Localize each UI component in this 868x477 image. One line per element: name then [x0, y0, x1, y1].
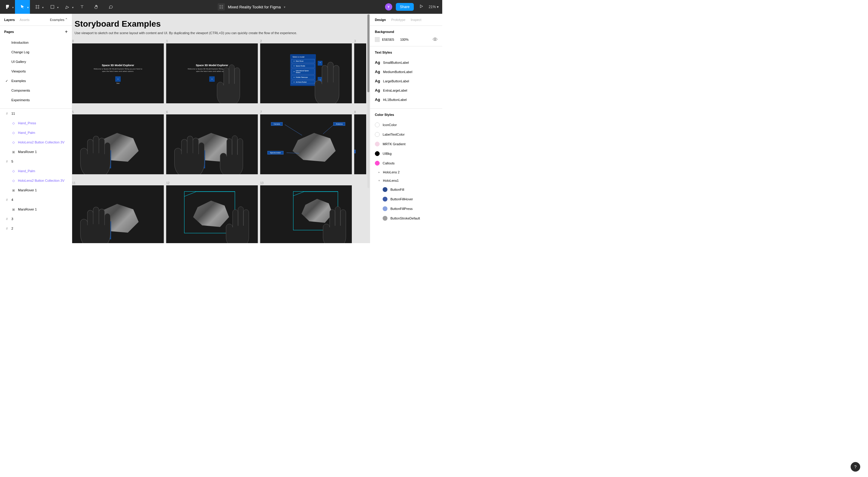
present-button[interactable]: [417, 4, 425, 9]
layer-label: 4: [11, 198, 13, 201]
comment-tool-button[interactable]: [103, 0, 118, 14]
color-group[interactable]: ▾HoloLens1: [375, 177, 437, 185]
layer-item[interactable]: ▣MarsRover 1: [0, 204, 72, 214]
layer-label: HoloLens2 Button Collection 3V: [18, 140, 64, 144]
layer-list: #11◇Hand_Press◇Hand_Palm◇HoloLens2 Butto…: [0, 108, 72, 243]
storyboard-frame[interactable]: 2 Select a model ✦Mars Rover✦Space Shutt…: [260, 39, 352, 103]
zoom-menu[interactable]: 21% ▾: [429, 5, 439, 9]
storyboard-frame[interactable]: 3: [354, 39, 366, 103]
pen-tool-button[interactable]: ▾: [60, 0, 75, 14]
color-style-name: IconColor: [383, 123, 397, 127]
user-avatar[interactable]: Y: [385, 3, 392, 10]
color-style-name: ButtonFill: [391, 188, 404, 191]
layer-item[interactable]: ◇HoloLens2 Button Collection 3V: [0, 137, 72, 147]
callout-lines: [260, 115, 350, 159]
text-style-item[interactable]: AgHL1ButtonLabel: [375, 95, 437, 104]
storyboard-frame[interactable]: 5 ◱ ⟲ ⚙: [72, 110, 164, 174]
page-item[interactable]: Introduction: [0, 38, 72, 47]
layer-label: 5: [11, 160, 13, 163]
figma-menu-button[interactable]: ▾: [0, 0, 15, 14]
svg-line-5: [285, 125, 302, 135]
hand-tool-button[interactable]: [89, 0, 103, 14]
color-group[interactable]: ▸HoloLens 2: [375, 168, 437, 177]
layer-item[interactable]: ▣MarsRover 1: [0, 147, 72, 157]
background-hex[interactable]: E5E5E5: [382, 38, 394, 41]
layers-tab[interactable]: Layers: [4, 18, 15, 22]
color-style-item[interactable]: MRTK Gradient: [375, 139, 437, 149]
color-style-item[interactable]: UIBkg: [375, 149, 437, 158]
prototype-tab[interactable]: Prototype: [391, 18, 405, 22]
frame-icon: [35, 4, 40, 9]
canvas[interactable]: Storyboard Examples Use viewport to sket…: [72, 14, 370, 243]
storyboard-frame[interactable]: 7 Camera Antenna Spectrometer: [260, 110, 352, 174]
text-tool-button[interactable]: [75, 0, 89, 14]
storyboard-frame[interactable]: 1 Space 3D Model Explorer Welcome to Spa…: [166, 39, 258, 103]
text-style-item[interactable]: AgMediumButtonLabel: [375, 67, 437, 76]
layer-item[interactable]: #11: [0, 109, 72, 118]
inspect-tab[interactable]: Inspect: [411, 18, 421, 22]
text-style-item[interactable]: AgExtraLargeLabel: [375, 86, 437, 95]
layer-item[interactable]: #3: [0, 214, 72, 224]
move-tool-button[interactable]: ▾: [15, 0, 30, 14]
text-style-item[interactable]: AgLargeButtonLabel: [375, 76, 437, 86]
visibility-toggle[interactable]: [433, 37, 437, 42]
color-style-item[interactable]: ButtonFillPress: [375, 204, 437, 214]
hand-graphic: [210, 129, 252, 174]
design-tab[interactable]: Design: [375, 18, 386, 22]
color-swatch: [383, 197, 388, 201]
storyboard-frame[interactable]: 8 ··· Spectr: [354, 110, 366, 174]
component-icon: ◇: [11, 131, 16, 135]
layer-item[interactable]: #2: [0, 224, 72, 233]
share-button[interactable]: Share: [396, 3, 414, 11]
layer-item[interactable]: ◇Hand_Press: [0, 118, 72, 128]
frame-icon: #: [5, 198, 9, 201]
layer-item[interactable]: ◇Hand_Palm: [0, 166, 72, 176]
shape-tool-button[interactable]: ▾: [45, 0, 60, 14]
add-page-button[interactable]: +: [65, 29, 68, 34]
chevron-down-icon: ▾: [437, 5, 439, 9]
page-item[interactable]: Experiments: [0, 95, 72, 105]
storyboard-row: 11 ◱ ⟲ ⚙ 12: [72, 182, 370, 243]
color-style-name: LabelTextColor: [383, 133, 404, 136]
hand-graphic: [207, 58, 249, 103]
color-style-item[interactable]: ButtonFill: [375, 185, 437, 194]
color-style-item[interactable]: LabelTextColor: [375, 130, 437, 139]
color-style-item[interactable]: IconColor: [375, 120, 437, 130]
page-item[interactable]: Components: [0, 86, 72, 95]
left-panel: Layers Assets Examples ⌃ Pages + Introdu…: [0, 14, 72, 243]
cursor-icon: [20, 4, 25, 9]
color-style-item[interactable]: ButtonStrokeDefault: [375, 214, 437, 223]
canvas-scrollbar[interactable]: [367, 14, 370, 188]
assets-tab[interactable]: Assets: [20, 18, 29, 22]
background-swatch[interactable]: [375, 37, 380, 42]
top-toolbar: ▾ ▾ ▾ ▾ ▾ Mixed Reality Toolkit for Figm…: [0, 0, 442, 14]
color-style-item[interactable]: Callouts: [375, 158, 437, 168]
background-opacity[interactable]: 100%: [400, 38, 408, 41]
page-item[interactable]: Examples: [0, 76, 72, 86]
text-style-item[interactable]: AgSmallButtonLabel: [375, 58, 437, 67]
layer-item[interactable]: ▣MarsRover 1: [0, 185, 72, 195]
page-item[interactable]: Change Log: [0, 47, 72, 57]
storyboard-frame[interactable]: 11 ◱ ⟲ ⚙: [72, 182, 164, 243]
page-item[interactable]: Viewports: [0, 66, 72, 76]
storyboard-frame[interactable]: 6 ◱ ⟲ ⚙: [166, 110, 258, 174]
image-icon: ▣: [11, 150, 16, 154]
storyboard-frame[interactable]: 13: [260, 182, 352, 243]
layer-item[interactable]: #5: [0, 157, 72, 166]
project-icon[interactable]: [218, 3, 225, 10]
frame-tool-button[interactable]: ▾: [30, 0, 45, 14]
storyboard-frame[interactable]: 0 Space 3D Model Explorer Welcome to Spa…: [72, 39, 164, 103]
layer-item[interactable]: ◇Hand_Palm: [0, 128, 72, 137]
layer-item[interactable]: #4: [0, 195, 72, 204]
page-item[interactable]: UI Gallery: [0, 57, 72, 66]
color-swatch: [383, 187, 388, 192]
canvas-headline: Storyboard Examples: [74, 19, 370, 29]
storyboard-frame[interactable]: 12: [166, 182, 258, 243]
pages-picker[interactable]: Examples ⌃: [50, 18, 68, 22]
text-styles-head: Text Styles: [375, 51, 437, 54]
layer-item[interactable]: ◇HoloLens2 Button Collection 3V: [0, 176, 72, 185]
color-style-item[interactable]: ButtonFillHover: [375, 194, 437, 204]
text-style-preview: Ag: [375, 79, 380, 83]
chevron-down-icon[interactable]: ▾: [284, 5, 285, 9]
document-title[interactable]: Mixed Reality Toolkit for Figma: [228, 5, 281, 9]
